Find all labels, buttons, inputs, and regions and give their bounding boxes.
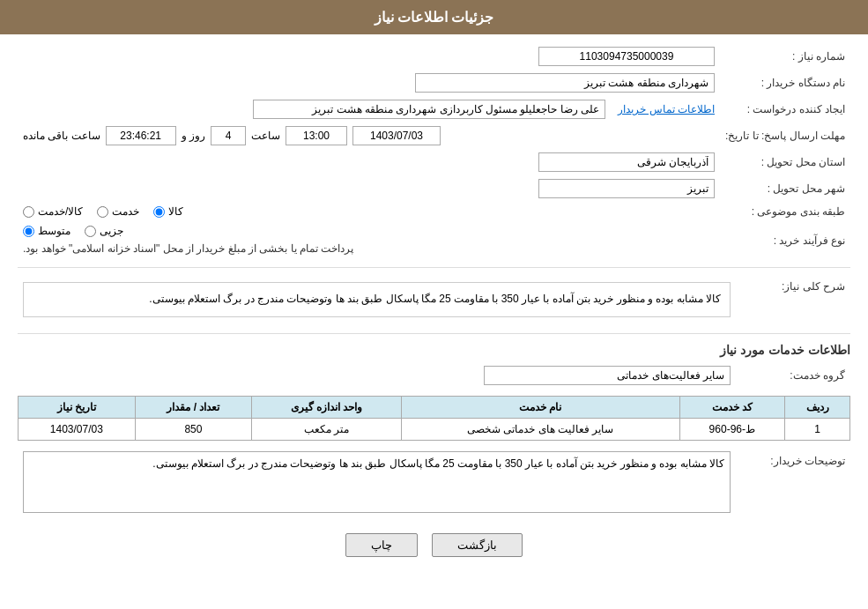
print-button[interactable]: چاپ <box>345 533 418 557</box>
date-input[interactable] <box>352 126 441 145</box>
cell-vahed: متر مکعب <box>252 418 402 440</box>
tozihat-table: توضیحات خریدار: کالا مشابه بوده و منظور … <box>18 448 850 519</box>
shomara-niaz-input[interactable] <box>538 47 715 66</box>
tabaqe-label: طبقه بندی موضوعی : <box>720 202 850 221</box>
divider-2 <box>18 333 850 334</box>
footer-buttons: بازگشت چاپ <box>18 533 850 557</box>
mohlat-label: مهلت ارسال پاسخ: تا تاریخ: <box>720 123 850 149</box>
remaining-time-input[interactable] <box>106 126 176 145</box>
shomara-niaz-label: شماره نیاز : <box>720 43 850 70</box>
page-header: جزئیات اطلاعات نیاز <box>0 0 868 34</box>
radio-motevaset-label: متوسط <box>38 225 70 237</box>
sharh-table: شرح کلی نیاز: کالا مشابه بوده و منظور خر… <box>18 273 850 326</box>
sharh-value: کالا مشابه بوده و منظور خرید بتن آماده ب… <box>23 282 731 317</box>
goroh-input[interactable] <box>484 366 731 385</box>
nam-dastgah-input[interactable] <box>415 73 715 93</box>
goroh-table: گروه خدمت: <box>18 362 850 389</box>
ijad-konande-label: ایجاد کننده درخواست : <box>720 96 850 123</box>
page-title: جزئیات اطلاعات نیاز <box>375 10 494 25</box>
cell-kod: ط-96-960 <box>679 418 784 440</box>
sharh-label: شرح کلی نیاز: <box>736 273 850 326</box>
radio-khedmat[interactable]: خدمت <box>97 205 139 218</box>
radio-khedmat-label: خدمت <box>112 205 139 218</box>
col-kod: کد خدمت <box>679 396 784 418</box>
shahr-input[interactable] <box>538 179 715 198</box>
radio-jozi-label: جزیی <box>100 225 123 237</box>
time-label: ساعت <box>251 130 280 142</box>
time-input[interactable] <box>286 126 347 145</box>
khadamat-section-title: اطلاعات خدمات مورد نیاز <box>18 343 850 357</box>
remaining-time-label: ساعت باقی مانده <box>23 130 100 142</box>
radio-kala-khedmat[interactable]: کالا/خدمت <box>23 205 83 218</box>
back-button[interactable]: بازگشت <box>432 533 523 557</box>
tozihat-label: توضیحات خریدار: <box>736 448 850 519</box>
content-area: شماره نیاز : نام دستگاه خریدار : ایجاد ک… <box>0 34 868 580</box>
col-tarikh: تاریخ نیاز <box>19 396 136 418</box>
roz-label: روز و <box>182 130 205 142</box>
cell-tarikh: 1403/07/03 <box>19 418 136 440</box>
main-form-table: شماره نیاز : نام دستگاه خریدار : ایجاد ک… <box>18 43 850 260</box>
divider-1 <box>18 267 850 268</box>
radio-motevaset[interactable]: متوسط <box>23 225 70 237</box>
nam-dastgah-label: نام دستگاه خریدار : <box>720 70 850 96</box>
payment-note: پرداخت تمام یا بخشی از مبلغ خریدار از مح… <box>23 241 353 256</box>
shahr-label: شهر محل تحویل : <box>720 175 850 202</box>
tozihat-textarea[interactable]: کالا مشابه بوده و منظور خرید بتن آماده ب… <box>23 451 731 513</box>
col-radif: ردیف <box>785 396 850 418</box>
radio-jozi[interactable]: جزیی <box>85 225 123 237</box>
col-vahed: واحد اندازه گیری <box>252 396 402 418</box>
radio-kala-label: کالا <box>168 205 183 218</box>
ostan-label: استان محل تحویل : <box>720 149 850 175</box>
col-nam: نام خدمت <box>402 396 680 418</box>
ijad-konande-input[interactable] <box>253 100 605 119</box>
radio-kala[interactable]: کالا <box>153 205 183 218</box>
page-container: جزئیات اطلاعات نیاز شماره نیاز : نام دست… <box>0 0 868 609</box>
nooe-farayand-label: نوع فرآیند خرید : <box>720 221 850 260</box>
col-tedad: تعداد / مقدار <box>135 396 252 418</box>
ijad-konande-link[interactable]: اطلاعات تماس خریدار <box>618 103 715 115</box>
services-table: ردیف کد خدمت نام خدمت واحد اندازه گیری ت… <box>18 396 850 441</box>
cell-tedad: 850 <box>135 418 252 440</box>
cell-nam: سایر فعالیت های خدماتی شخصی <box>402 418 680 440</box>
table-row: 1 ط-96-960 سایر فعالیت های خدماتی شخصی م… <box>19 418 850 440</box>
radio-kala-khedmat-label: کالا/خدمت <box>38 205 83 218</box>
cell-radif: 1 <box>785 418 850 440</box>
ostan-input[interactable] <box>538 152 715 172</box>
roz-input[interactable] <box>211 126 246 145</box>
goroh-label: گروه خدمت: <box>736 362 850 389</box>
